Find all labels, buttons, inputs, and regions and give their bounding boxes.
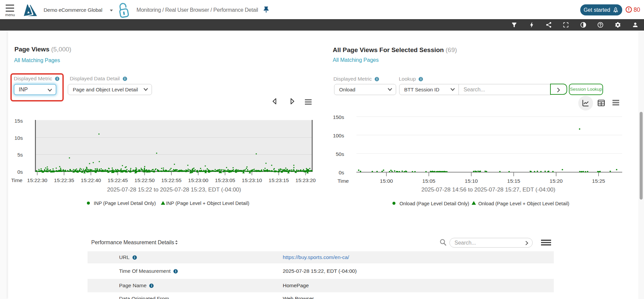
svg-text:15:23:10: 15:23:10	[242, 177, 262, 183]
svg-text:15:15: 15:15	[507, 178, 520, 184]
svg-text:Time: Time	[11, 177, 22, 183]
svg-text:2025-07-28 14:56 to 2025-07-28: 2025-07-28 14:56 to 2025-07-28 15:27, ED…	[421, 186, 555, 193]
svg-text:15:10: 15:10	[465, 178, 478, 184]
svg-text:2025-07-28 15:22 to 2025-07-28: 2025-07-28 15:22 to 2025-07-28 15:23, ED…	[107, 186, 241, 193]
svg-text:15:22:50: 15:22:50	[135, 177, 155, 183]
svg-text:15:00: 15:00	[380, 178, 393, 184]
svg-text:INP (Page Level + Object Level: INP (Page Level + Object Level Detail)	[166, 201, 249, 206]
svg-text:15:22:55: 15:22:55	[161, 177, 181, 183]
svg-text:15:23:15: 15:23:15	[269, 177, 289, 183]
svg-text:100s: 100s	[333, 133, 344, 138]
svg-text:50s: 50s	[336, 151, 344, 157]
svg-text:0s: 0s	[339, 170, 344, 175]
svg-text:15:25: 15:25	[592, 178, 605, 184]
svg-text:15:22:40: 15:22:40	[81, 177, 101, 183]
svg-text:15s: 15s	[14, 118, 23, 124]
svg-text:INP (Page Level Detail Only): INP (Page Level Detail Only)	[94, 201, 156, 206]
svg-text:Onload (Page Level + Object Le: Onload (Page Level + Object Level Detail…	[478, 201, 569, 206]
svg-text:Time: Time	[337, 178, 349, 184]
svg-text:150s: 150s	[333, 114, 344, 120]
svg-text:15:20: 15:20	[550, 178, 563, 184]
svg-text:15:05: 15:05	[422, 178, 435, 184]
svg-text:0s: 0s	[17, 169, 23, 175]
svg-text:15:23:20: 15:23:20	[296, 177, 316, 183]
svg-text:15:22:30: 15:22:30	[27, 177, 48, 183]
svg-text:15:22:45: 15:22:45	[108, 177, 128, 183]
svg-text:15:23:00: 15:23:00	[188, 177, 209, 183]
svg-text:5s: 5s	[17, 152, 23, 158]
svg-text:10s: 10s	[14, 135, 23, 141]
svg-text:Onload (Page Level Detail Only: Onload (Page Level Detail Only)	[399, 201, 469, 206]
svg-text:15:22:35: 15:22:35	[54, 177, 74, 183]
svg-text:15:23:05: 15:23:05	[215, 177, 235, 183]
